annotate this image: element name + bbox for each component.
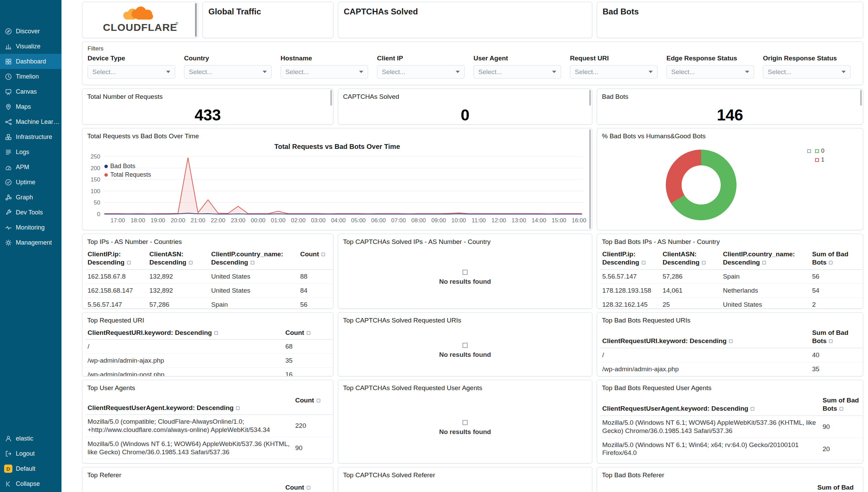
filter-select[interactable]: Select... bbox=[281, 65, 368, 79]
table-header-cell[interactable]: ClientRequestURI.keyword: Descending bbox=[85, 327, 283, 340]
sidebar-item-monitoring[interactable]: Monitoring bbox=[0, 220, 61, 235]
table-cell: Spain bbox=[721, 270, 810, 284]
sidebar-item-apm[interactable]: APM bbox=[0, 160, 61, 175]
data-table: ClientRequestURI.keyword: DescendingCoun… bbox=[85, 327, 333, 376]
sidebar-item-logout[interactable]: Logout bbox=[0, 446, 61, 461]
sidebar-item-dashboard[interactable]: Dashboard bbox=[0, 54, 61, 69]
filter-edge-response-status: Edge Response StatusSelect... bbox=[666, 52, 763, 79]
sidebar-item-label: elastic bbox=[16, 435, 33, 442]
sidebar-item-logs[interactable]: Logs bbox=[0, 144, 61, 160]
table-header-row: ClientRequestUserAgent.keyword: Descendi… bbox=[85, 395, 333, 415]
table-header-cell[interactable]: Count bbox=[283, 482, 333, 492]
table-header-cell[interactable]: Sum of Bad Bots bbox=[821, 395, 863, 416]
table-cell: 56 bbox=[298, 297, 333, 309]
table-cell: 25 bbox=[661, 297, 721, 309]
metrics-row: Total Number of Requests 433 CAPTCHAs So… bbox=[82, 89, 863, 125]
logo-registered-mark: ® bbox=[175, 21, 178, 25]
sidebar-item-visualize[interactable]: Visualize bbox=[0, 39, 61, 54]
sort-icon bbox=[251, 261, 254, 265]
legend-item[interactable]: Total Requests bbox=[104, 171, 151, 178]
table-header-cell[interactable]: Count bbox=[298, 249, 333, 270]
table-header-cell[interactable]: ClientIP.country_name: Descending bbox=[209, 249, 298, 270]
table-cell: 16 bbox=[283, 367, 333, 376]
filter-select[interactable]: Select... bbox=[473, 65, 561, 79]
tables-row-3: Top User AgentsClientRequestUserAgent.ke… bbox=[82, 380, 863, 464]
sidebar-item-timelion[interactable]: Timelion bbox=[0, 69, 61, 84]
metric-value: 0 bbox=[338, 107, 592, 123]
sort-icon bbox=[829, 339, 833, 343]
table-header-cell[interactable]: ClientIP.ip: Descending bbox=[600, 249, 661, 270]
table-header-cell[interactable]: Sum of Bad Bots bbox=[815, 482, 863, 492]
pie-chart-panel: % Bad Bots vs Humans&Good Bots 01 bbox=[597, 128, 863, 230]
filter-select[interactable]: Select... bbox=[763, 65, 850, 79]
default-space-icon: D bbox=[4, 465, 12, 473]
table-header-cell[interactable]: ClientRequestUserAgent.keyword: Descendi… bbox=[600, 395, 821, 416]
sidebar-item-graph[interactable]: Graph bbox=[0, 190, 61, 205]
sidebar-item-collapse[interactable]: Collapse bbox=[0, 476, 61, 491]
filter-select[interactable]: Select... bbox=[666, 65, 754, 79]
sort-icon bbox=[189, 261, 193, 265]
chevron-down-icon bbox=[263, 71, 267, 73]
panel-scrollbar[interactable] bbox=[589, 90, 591, 106]
table-header-cell[interactable]: Count bbox=[283, 327, 333, 340]
svg-text:22:00: 22:00 bbox=[211, 217, 226, 224]
table-cell: 40 bbox=[810, 348, 863, 362]
select-placeholder: Select... bbox=[92, 68, 116, 76]
pie-legend-item[interactable]: 0 bbox=[807, 148, 824, 154]
sidebar-item-uptime[interactable]: Uptime bbox=[0, 175, 61, 190]
sidebar-nav: Discover Visualize Dashboard Timelion Ca… bbox=[0, 24, 61, 250]
sidebar-item-management[interactable]: Management bbox=[0, 235, 61, 250]
table-header-cell[interactable]: Sum of Bad Bots bbox=[810, 249, 863, 270]
table-header-cell[interactable]: ClientASN: Descending bbox=[661, 249, 721, 270]
table-cell: United States bbox=[209, 270, 298, 284]
svg-text:11:00: 11:00 bbox=[472, 217, 486, 224]
sidebar-item-discover[interactable]: Discover bbox=[0, 24, 61, 39]
sidebar-item-canvas[interactable]: Canvas bbox=[0, 84, 61, 99]
table-header-cell[interactable]: ClientRequestUserAgent.keyword: Descendi… bbox=[85, 395, 293, 415]
sidebar-item-infrastructure[interactable]: Infrastructure bbox=[0, 129, 61, 144]
dashboard-icon bbox=[5, 58, 12, 65]
table-header-cell[interactable]: ClientRequestURI.keyword: Descending bbox=[600, 327, 810, 348]
panel-title: % Bad Bots vs Humans&Good Bots bbox=[597, 128, 863, 142]
sort-icon bbox=[729, 339, 733, 343]
visualization-icon bbox=[462, 270, 468, 275]
table-cell: 57,286 bbox=[147, 297, 209, 309]
pie-legend-item[interactable]: 1 bbox=[807, 156, 824, 163]
filter-select[interactable]: Select... bbox=[184, 65, 272, 79]
select-placeholder: Select... bbox=[189, 68, 213, 76]
filter-select[interactable]: Select... bbox=[570, 65, 658, 79]
svg-text:05:00: 05:00 bbox=[351, 217, 366, 224]
sidebar-item-default-space[interactable]: D Default bbox=[0, 461, 61, 476]
sidebar-item-elastic[interactable]: elastic bbox=[0, 431, 61, 446]
table-header-cell[interactable]: Sum of Bad Bots bbox=[810, 327, 863, 348]
svg-text:250: 250 bbox=[91, 153, 100, 160]
legend-item[interactable]: Bad Bots bbox=[104, 163, 151, 170]
panel-scrollbar[interactable] bbox=[195, 3, 197, 37]
table-header-cell[interactable]: ClientIP.country_name: Descending bbox=[721, 249, 810, 270]
panel-scrollbar[interactable] bbox=[860, 90, 862, 106]
user-icon bbox=[5, 435, 12, 442]
data-table: Count bbox=[85, 482, 333, 492]
no-results-text: No results found bbox=[439, 351, 491, 359]
legend-toggle-icon[interactable] bbox=[807, 149, 811, 153]
no-results-text: No results found bbox=[439, 428, 491, 436]
sidebar-item-machine-learning[interactable]: Machine Learning bbox=[0, 114, 61, 129]
legend-dot bbox=[104, 173, 108, 177]
panel-scrollbar[interactable] bbox=[330, 90, 332, 106]
panel-heading: Bad Bots bbox=[597, 2, 863, 21]
filter-select[interactable]: Select... bbox=[88, 65, 175, 79]
filter-country: CountrySelect... bbox=[184, 52, 281, 79]
panel-title: Top Bad Bots Requested User Agents bbox=[597, 380, 863, 394]
table-header-cell[interactable]: ClientASN: Descending bbox=[147, 249, 209, 270]
sort-icon bbox=[702, 261, 706, 265]
table-header-cell[interactable]: Count bbox=[293, 395, 333, 415]
line-chart[interactable]: 05010015020025017:0018:0019:0020:0021:00… bbox=[82, 128, 592, 230]
header-row: CLOUDFLARE ® Global Traffic CAPTCHAs Sol… bbox=[82, 2, 863, 38]
sidebar-item-label: Collapse bbox=[16, 480, 40, 488]
table-header-cell[interactable]: ClientIP.ip: Descending bbox=[85, 249, 147, 270]
sidebar-item-dev-tools[interactable]: Dev Tools bbox=[0, 205, 61, 220]
sidebar-item-maps[interactable]: Maps bbox=[0, 99, 61, 114]
panel-scrollbar[interactable] bbox=[589, 129, 591, 229]
table-cell: /wp-admin/admin-post.php bbox=[85, 367, 283, 376]
filter-select[interactable]: Select... bbox=[377, 65, 465, 79]
